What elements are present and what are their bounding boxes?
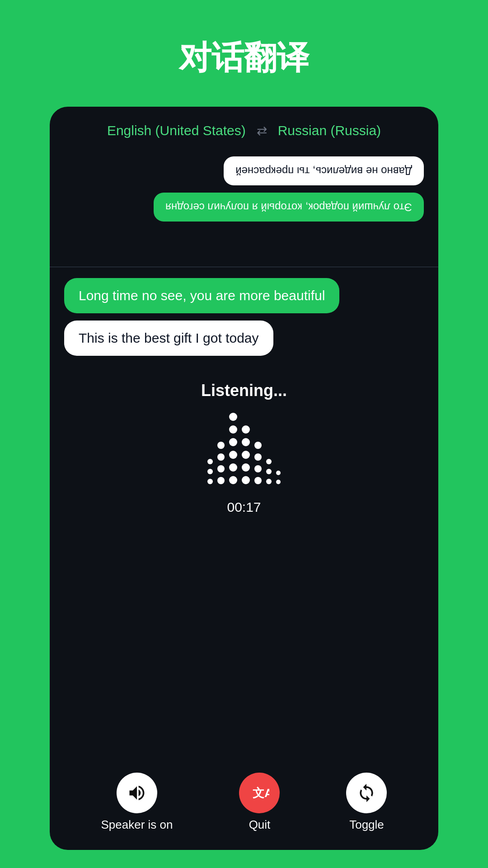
dot <box>229 438 237 446</box>
flipped-bubble-green: Это лучший подарок, который я получил се… <box>154 193 424 222</box>
dot <box>266 469 272 474</box>
wave-col-4 <box>242 425 250 484</box>
language-header: English (United States) ⇄ Russian (Russi… <box>50 107 438 149</box>
dot <box>266 459 272 464</box>
dot <box>276 471 281 475</box>
speaker-label: Speaker is on <box>101 818 173 832</box>
dot <box>229 413 237 421</box>
svg-text:文A: 文A <box>253 786 270 799</box>
waveform <box>207 407 281 489</box>
timer: 00:17 <box>227 500 261 515</box>
target-language[interactable]: Russian (Russia) <box>278 123 381 138</box>
dot <box>207 469 213 474</box>
dot <box>229 476 237 484</box>
dot <box>276 480 281 484</box>
dot <box>207 479 213 484</box>
speaker-control[interactable]: Speaker is on <box>101 773 173 832</box>
dot <box>229 425 237 434</box>
dot <box>242 451 250 459</box>
wave-col-3 <box>229 413 237 484</box>
flipped-bubble-white: Давно не виделись, ты прекрасней <box>224 156 424 185</box>
dot <box>207 459 213 464</box>
normal-chat-area: Long time no see, you are more beautiful… <box>50 267 438 363</box>
toggle-icon <box>357 783 376 803</box>
wave-col-5 <box>254 442 262 484</box>
dot <box>217 442 225 449</box>
wave-col-7 <box>276 471 281 484</box>
dot <box>217 453 225 461</box>
dot <box>217 477 225 484</box>
dot <box>254 453 262 461</box>
wave-col-2 <box>217 442 225 484</box>
toggle-button[interactable] <box>346 773 387 813</box>
speaker-button[interactable] <box>117 773 157 813</box>
wave-col-6 <box>266 459 272 484</box>
flipped-chat-area: Это лучший подарок, который я получил се… <box>50 149 438 267</box>
quit-control[interactable]: 文A Quit <box>239 773 280 832</box>
listening-status: Listening... <box>201 381 287 400</box>
dot <box>254 465 262 472</box>
bubble-best-gift: This is the best gift I got today <box>64 321 273 356</box>
bottom-controls: Speaker is on 文A Quit Toggle <box>50 764 438 850</box>
source-language[interactable]: English (United States) <box>107 123 246 138</box>
dot <box>254 477 262 484</box>
quit-label: Quit <box>249 818 271 832</box>
quit-button[interactable]: 文A <box>239 773 280 813</box>
dot <box>229 463 237 472</box>
dot <box>217 465 225 472</box>
dot <box>229 451 237 459</box>
dot <box>266 479 272 484</box>
speaker-icon <box>127 783 147 803</box>
toggle-label: Toggle <box>349 818 384 832</box>
dot <box>242 425 250 434</box>
app-title: 对话翻译 <box>179 36 309 80</box>
bubble-long-time: Long time no see, you are more beautiful <box>64 278 339 313</box>
dot <box>242 438 250 446</box>
toggle-control[interactable]: Toggle <box>346 773 387 832</box>
main-card: English (United States) ⇄ Russian (Russi… <box>50 107 438 850</box>
dot <box>242 476 250 484</box>
dot <box>242 463 250 472</box>
wave-col-1 <box>207 459 213 484</box>
dot <box>254 442 262 449</box>
translate-icon: 文A <box>249 783 269 803</box>
swap-icon[interactable]: ⇄ <box>257 123 267 138</box>
listening-section: Listening... <box>50 363 438 764</box>
